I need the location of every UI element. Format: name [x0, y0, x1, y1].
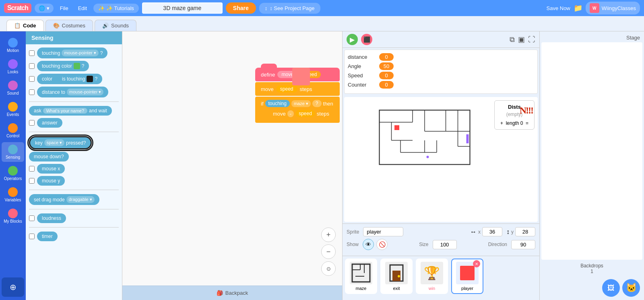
sidebar-item-looks[interactable]: Looks [2, 57, 24, 77]
stage-fullscreen-button[interactable]: ⛶ [528, 35, 535, 44]
zoom-out-button[interactable]: − [321, 244, 336, 259]
stage-small-button[interactable]: ⧉ [510, 35, 515, 44]
folder-icon[interactable]: 📁 [574, 4, 582, 12]
mouse-y-checkbox[interactable] [29, 178, 35, 184]
red-stop-button[interactable]: ⬛ [361, 34, 372, 45]
block-key-pressed: key space ▾ pressed? [29, 136, 119, 149]
if-touching-block[interactable]: if touching maze ▾ ? then move - speed s… [255, 97, 340, 123]
sidebar-item-control[interactable]: Control [2, 121, 24, 141]
tab-code[interactable]: 📋 Code [6, 20, 44, 31]
sidebar-item-myblocks[interactable]: My Blocks [2, 206, 24, 226]
touching-block[interactable]: touching mouse-pointer ▾ ? [37, 48, 107, 58]
color-touching-checkbox[interactable] [29, 76, 35, 82]
user-badge[interactable]: W WiingyClasses [586, 2, 640, 14]
edit-menu[interactable]: Edit [75, 4, 90, 13]
sidebar-item-sound[interactable]: Sound [2, 78, 24, 98]
key-pressed-block[interactable]: key space ▾ pressed? [29, 136, 92, 149]
mouse-down-block[interactable]: mouse down? [29, 152, 69, 161]
color-swatch2[interactable] [54, 76, 60, 82]
set-drag-block[interactable]: set drag mode draggable ▾ [29, 194, 99, 205]
share-button[interactable]: Share [226, 2, 256, 14]
ask-input[interactable]: What's your name? [43, 108, 87, 114]
var-speed: Speed 0 [348, 72, 534, 79]
sidebar-extensions-button[interactable]: ⊕ [2, 277, 24, 297]
sprite-thumb-exit[interactable]: exit [380, 259, 413, 294]
size-label: Size [419, 242, 428, 247]
sprite-info: Sprite ↔ x ↕ y Show 👁 🚫 [343, 223, 539, 256]
sprite-name-input[interactable] [363, 227, 403, 236]
maze-3d-label: N!!! [520, 105, 533, 116]
drag-dropdown[interactable]: draggable ▾ [66, 196, 95, 203]
zoom-reset-button[interactable]: ⊙ [321, 261, 336, 276]
file-menu[interactable]: File [57, 4, 72, 13]
sprite-thumb-maze[interactable]: maze [345, 259, 377, 294]
touching-dropdown[interactable]: mouse-pointer ▾ [62, 50, 98, 56]
color-touching-block[interactable]: color is touching ? [37, 74, 102, 84]
green-flag-button[interactable]: ▶ [347, 34, 358, 45]
scratch-logo[interactable]: Scratch [4, 3, 31, 13]
sidebar-item-sensing[interactable]: Sensing [2, 142, 24, 162]
add-sprite-fab[interactable]: 🐱 [622, 279, 640, 297]
block-touching: touching mouse-pointer ▾ ? [29, 48, 119, 58]
answer-checkbox[interactable] [29, 120, 35, 126]
distance-block[interactable]: distance to mouse-pointer ▾ [37, 87, 108, 97]
save-now-button[interactable]: Save Now [547, 5, 570, 11]
color-swatch3[interactable] [87, 76, 93, 82]
backdrop-fab[interactable]: 🖼 [602, 279, 620, 297]
stage-canvas-area [541, 42, 642, 260]
if-label: if [261, 101, 264, 107]
direction-input[interactable] [511, 240, 535, 249]
globe-button[interactable]: 🌐 ▾ [35, 4, 54, 13]
tab-sounds[interactable]: 🔊 Sounds [95, 20, 136, 31]
win-thumb-img: 🏆 [421, 262, 443, 284]
stage-normal-button[interactable]: ▣ [518, 35, 525, 44]
canvas-area[interactable]: define move speed move speed steps if to… [122, 31, 342, 300]
divider2 [29, 132, 119, 132]
maze-thumb-img [350, 262, 372, 284]
maze-dropdown[interactable]: maze ▾ [291, 100, 311, 107]
color-swatch[interactable] [74, 63, 80, 69]
var-angle-label: Angle [348, 63, 376, 69]
show-hidden-button[interactable]: 🚫 [376, 239, 388, 250]
ask-block[interactable]: ask What's your name? and wait [29, 106, 112, 116]
sidebar-sound-label: Sound [7, 91, 19, 95]
move-neg-block[interactable]: move - speed steps [268, 108, 334, 120]
show-visible-button[interactable]: 👁 [363, 239, 374, 250]
tab-costumes[interactable]: 🎨 Costumes [45, 20, 93, 31]
mouse-y-block[interactable]: mouse y [37, 176, 65, 186]
project-name-input[interactable] [142, 2, 223, 14]
plus-icon[interactable]: + [500, 120, 503, 126]
sidebar-item-events[interactable]: Events [2, 99, 24, 119]
sidebar-item-operators[interactable]: Operators [2, 163, 24, 183]
variables-display: distance 0 Angle 50 Speed 0 Counter 0 [344, 50, 538, 94]
mouse-x-checkbox[interactable] [29, 166, 35, 172]
player-delete-button[interactable]: ✕ [473, 260, 480, 267]
distance-checkbox[interactable] [29, 89, 35, 95]
touching-color-checkbox[interactable] [29, 63, 35, 69]
sprite-thumb-player[interactable]: ✕ player [451, 259, 483, 294]
mouse-x-block[interactable]: mouse x [37, 164, 65, 174]
star-icon: ✨ [98, 5, 105, 11]
loudness-checkbox[interactable] [29, 215, 35, 221]
touching-color-block[interactable]: touching color ? [37, 61, 89, 71]
key-dropdown[interactable]: space ▾ [44, 139, 64, 146]
backdrops-count: 1 [590, 269, 593, 274]
size-input[interactable] [433, 240, 457, 249]
exit-thumb-img [385, 262, 408, 284]
touching-checkbox[interactable] [29, 50, 35, 56]
tutorials-button[interactable]: ✨ ✨ Tutorials [93, 4, 139, 13]
sprite-thumb-win[interactable]: 🏆 win [416, 259, 448, 294]
see-project-button[interactable]: ↕ ↕ See Project Page [259, 3, 320, 14]
loudness-block[interactable]: loudness [37, 213, 66, 223]
block-set-drag: set drag mode draggable ▾ [29, 194, 119, 205]
sidebar-item-variables[interactable]: Variables [2, 185, 24, 205]
backpack-bar[interactable]: 🎒 Backpack [122, 286, 342, 300]
distance-dropdown[interactable]: mouse-pointer ▾ [67, 89, 103, 95]
y-coord-input[interactable] [515, 227, 535, 236]
sidebar-item-motion[interactable]: Motion [2, 35, 24, 55]
timer-block[interactable]: timer [37, 232, 58, 241]
timer-checkbox[interactable] [29, 234, 35, 239]
zoom-in-button[interactable]: + [321, 228, 336, 242]
x-coord-input[interactable] [482, 227, 502, 236]
answer-block[interactable]: answer [37, 118, 62, 128]
